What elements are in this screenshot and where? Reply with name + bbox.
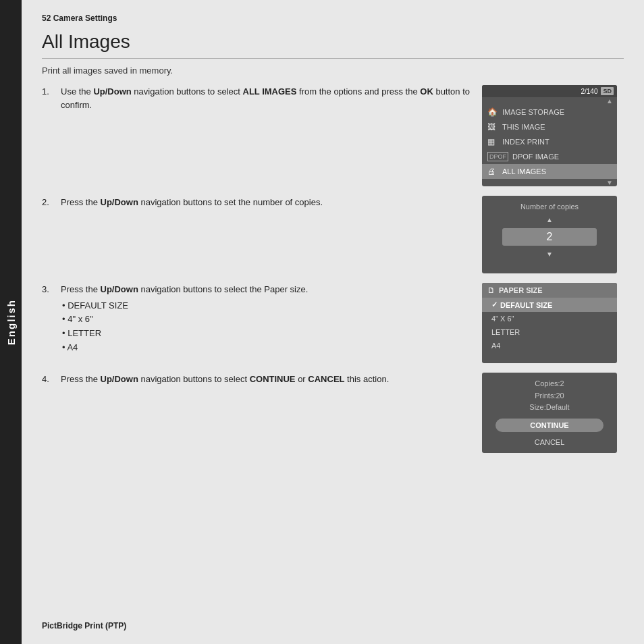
screen3-spacer (482, 352, 617, 363)
step-2: 2. Press the Up/Down navigation buttons … (42, 196, 624, 273)
step-2-screenshot: Number of copies ▲ 2 ▼ (482, 196, 624, 273)
this-image-label: THIS IMAGE (502, 123, 545, 131)
index-print-label: INDEX PRINT (502, 138, 549, 146)
step-2-text: 2. Press the Up/Down navigation buttons … (42, 196, 482, 273)
paper-size-item: DEFAULT SIZE (62, 299, 472, 313)
screen2-spacer (482, 260, 617, 273)
step-2-desc: Press the Up/Down navigation buttons to … (61, 196, 323, 209)
paper-size-header-label: PAPER SIZE (499, 286, 543, 294)
step-4-number: 4. (42, 373, 61, 386)
screen2: Number of copies ▲ 2 ▼ (482, 196, 617, 273)
step-4-screenshot: Copies:2 Prints:20 Size:Default CONTINUE… (482, 373, 624, 453)
paper-letter: LETTER (482, 325, 617, 339)
footer: PictBridge Print (PTP) (42, 614, 624, 630)
menu-image-storage: 🏠 IMAGE STORAGE (482, 105, 617, 119)
menu-this-image: 🖼 THIS IMAGE (482, 119, 617, 134)
paper-size-item: 4" x 6" (62, 313, 472, 327)
footer-text: PictBridge Print (PTP) (42, 621, 126, 630)
paper-default-size: ✓ DEFAULT SIZE (482, 298, 617, 312)
page-title: All Images (42, 31, 624, 59)
scroll-up-arrow: ▲ (482, 97, 617, 105)
step-4-text: 4. Press the Up/Down navigation buttons … (42, 373, 482, 453)
sidebar-label: English (5, 299, 17, 345)
sidebar: English (0, 0, 22, 644)
paper-size-item: LETTER (62, 327, 472, 341)
step-1-text: 1. Use the Up/Down navigation buttons to… (42, 85, 482, 186)
continue-button[interactable]: CONTINUE (495, 419, 603, 432)
size-info: Size:Default (482, 402, 617, 414)
image-storage-label: IMAGE STORAGE (502, 108, 564, 116)
main-content: 52 Camera Settings All Images Print all … (22, 0, 644, 644)
paper-a4: A4 (482, 339, 617, 352)
step-4: 4. Press the Up/Down navigation buttons … (42, 373, 624, 453)
menu-index-print: ▦ INDEX PRINT (482, 134, 617, 149)
sd-badge: SD (601, 87, 614, 95)
paper-4x6: 4" X 6" (482, 312, 617, 325)
checkmark-icon: ✓ (491, 300, 498, 309)
dpof-icon: DPOF (487, 152, 508, 161)
scroll-down-arrow: ▼ (482, 179, 617, 186)
screen2-value: 2 (502, 228, 597, 246)
intro-text: Print all images saved in memory. (42, 65, 624, 76)
screen4: Copies:2 Prints:20 Size:Default CONTINUE… (482, 373, 617, 453)
paper-size-item: A4 (62, 341, 472, 355)
screen1: 2/140 SD ▲ 🏠 IMAGE STORAGE 🖼 THIS IMAGE … (482, 85, 617, 186)
cancel-button[interactable]: CANCEL (482, 435, 617, 453)
page-header: 52 Camera Settings (42, 14, 624, 23)
all-images-icon: 🖨 (487, 167, 498, 176)
image-storage-icon: 🏠 (487, 107, 498, 117)
step-1-screenshot: 2/140 SD ▲ 🏠 IMAGE STORAGE 🖼 THIS IMAGE … (482, 85, 624, 186)
paper-size-header-icon: 🗋 (487, 286, 495, 294)
screen1-counter: 2/140 (581, 88, 597, 95)
menu-all-images: 🖨 ALL IMAGES (482, 164, 617, 179)
step-3-text: 3. Press the Up/Down navigation buttons … (42, 283, 482, 363)
prints-info: Prints:20 (482, 390, 617, 402)
menu-dpof-image: DPOF DPOF IMAGE (482, 149, 617, 164)
step-3-screenshot: 🗋 PAPER SIZE ✓ DEFAULT SIZE 4" X 6" LETT… (482, 283, 624, 363)
screen4-info: Copies:2 Prints:20 Size:Default (482, 373, 617, 416)
all-images-label: ALL IMAGES (502, 167, 546, 176)
step-4-desc: Press the Up/Down navigation buttons to … (61, 373, 389, 386)
step-2-number: 2. (42, 196, 61, 209)
paper-size-header: 🗋 PAPER SIZE (482, 283, 617, 298)
step-3-number: 3. (42, 283, 61, 296)
step-1-number: 1. (42, 85, 61, 111)
step-3: 3. Press the Up/Down navigation buttons … (42, 283, 624, 363)
step-1-desc: Use the Up/Down navigation buttons to se… (61, 85, 472, 111)
step-3-desc: Press the Up/Down navigation buttons to … (61, 283, 308, 296)
dpof-label: DPOF IMAGE (512, 153, 559, 161)
screen2-title: Number of copies (482, 196, 617, 214)
step-1: 1. Use the Up/Down navigation buttons to… (42, 85, 624, 186)
this-image-icon: 🖼 (487, 122, 498, 132)
paper-size-list: DEFAULT SIZE 4" x 6" LETTER A4 (42, 299, 472, 355)
screen3: 🗋 PAPER SIZE ✓ DEFAULT SIZE 4" X 6" LETT… (482, 283, 617, 363)
copies-info: Copies:2 (482, 378, 617, 390)
paper-default-label: DEFAULT SIZE (500, 301, 552, 309)
screen1-header: 2/140 SD (482, 85, 617, 97)
index-print-icon: ▦ (487, 137, 498, 146)
screen2-down-arrow: ▼ (482, 248, 617, 260)
screen2-up-arrow: ▲ (482, 214, 617, 225)
